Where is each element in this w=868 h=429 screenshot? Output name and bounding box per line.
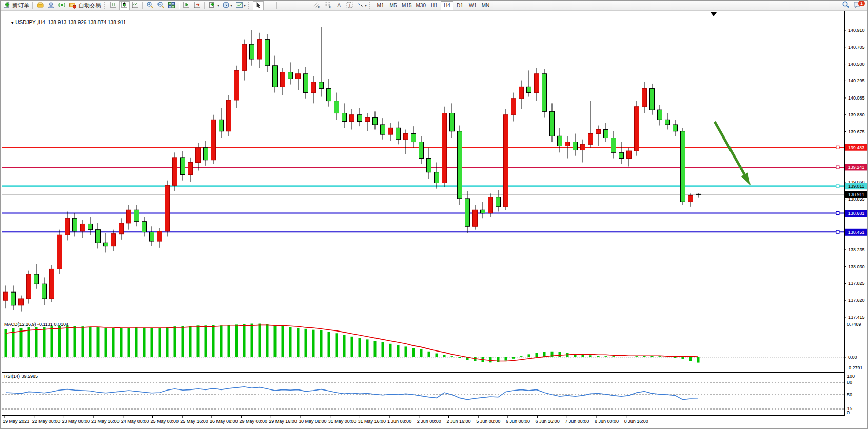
zoom-in-button[interactable] xyxy=(145,1,155,10)
separator xyxy=(204,2,205,9)
rsi-label: RSI(14) 39.5985 xyxy=(4,374,38,379)
zoom-out-icon xyxy=(157,1,165,10)
svg-text:29 May 00:00: 29 May 00:00 xyxy=(240,419,268,424)
arrows-button[interactable]: ▾ xyxy=(355,1,368,10)
period-button[interactable]: ▾ xyxy=(221,1,234,10)
new-order-button[interactable]: 新订单 xyxy=(2,1,31,10)
svg-text:0.7489: 0.7489 xyxy=(847,322,861,327)
svg-text:0: 0 xyxy=(847,410,850,415)
period-icon xyxy=(222,1,230,10)
svg-text:50: 50 xyxy=(847,392,852,397)
signals-button[interactable] xyxy=(56,1,67,10)
indicators-button[interactable]: ▾ xyxy=(234,1,247,10)
svg-text:A: A xyxy=(337,2,341,8)
autotrading-label: 自动交易 xyxy=(78,2,101,9)
timeframe-M30[interactable]: M30 xyxy=(414,1,428,10)
chevron-down-icon: ▾ xyxy=(230,3,232,8)
svg-text:140.910: 140.910 xyxy=(848,28,865,33)
community-button[interactable] xyxy=(46,1,56,10)
crosshair-button[interactable] xyxy=(264,1,274,10)
timeframe-M15[interactable]: M15 xyxy=(400,1,413,10)
line-chart-button[interactable] xyxy=(130,1,141,10)
separator xyxy=(179,2,180,9)
timeframe-M5[interactable]: M5 xyxy=(387,1,400,10)
svg-text:140.705: 140.705 xyxy=(848,45,865,50)
tile-windows-button[interactable] xyxy=(166,1,177,10)
fibonacci-button[interactable]: F xyxy=(322,1,333,10)
equidistant-channel-icon: E xyxy=(312,1,321,10)
trendline-button[interactable] xyxy=(300,1,311,10)
text-icon: A xyxy=(335,1,343,10)
candlestick-chart-icon xyxy=(121,1,128,10)
timeframe-MN[interactable]: MN xyxy=(479,1,492,10)
svg-text:138.235: 138.235 xyxy=(848,247,865,252)
signals-icon xyxy=(58,1,66,10)
new-template-button[interactable]: ▾ xyxy=(207,1,221,10)
timeframe-M1[interactable]: M1 xyxy=(374,1,387,10)
svg-text:140.295: 140.295 xyxy=(848,78,865,83)
svg-text:8 Jun 16:00: 8 Jun 16:00 xyxy=(624,419,648,424)
equidistant-channel-button[interactable]: E xyxy=(311,1,322,10)
notification-badge: 1 xyxy=(858,1,865,6)
svg-text:23 May 00:00: 23 May 00:00 xyxy=(62,419,90,424)
timeframe-W1[interactable]: W1 xyxy=(466,1,479,10)
crosshair-icon xyxy=(265,1,273,10)
search-icon xyxy=(842,1,850,10)
svg-text:30 May 08:00: 30 May 08:00 xyxy=(299,419,327,424)
line-chart-icon xyxy=(131,1,139,10)
toolbar-grip xyxy=(248,2,251,9)
new-order-icon xyxy=(3,1,11,10)
auto-scroll-button[interactable] xyxy=(181,1,192,10)
chart-shift-button[interactable] xyxy=(192,1,203,10)
chart-canvas[interactable]: 140.910140.705140.500140.295140.085139.8… xyxy=(1,11,868,429)
svg-text:2 Jun 00:00: 2 Jun 00:00 xyxy=(417,419,441,424)
auto-scroll-icon xyxy=(183,1,190,10)
chat-button[interactable]: 1 xyxy=(852,1,863,10)
svg-text:138.681: 138.681 xyxy=(848,211,865,216)
horizontal-line-button[interactable] xyxy=(289,1,300,10)
chevron-down-icon: ▾ xyxy=(244,3,246,8)
autotrading-icon xyxy=(69,1,77,10)
svg-text:139.011: 139.011 xyxy=(848,184,864,189)
bar-chart-button[interactable] xyxy=(108,1,119,10)
svg-text:137.620: 137.620 xyxy=(848,298,865,303)
vertical-line-icon xyxy=(280,1,288,10)
accounts-icon xyxy=(36,1,44,10)
community-icon xyxy=(47,1,55,10)
timeframe-D1[interactable]: D1 xyxy=(453,1,466,10)
candlestick-chart-button[interactable] xyxy=(119,1,130,10)
fibonacci-icon: F xyxy=(324,1,332,10)
svg-text:0.00: 0.00 xyxy=(848,355,857,360)
svg-text:24 May 08:00: 24 May 08:00 xyxy=(121,419,149,424)
zoom-out-button[interactable] xyxy=(155,1,166,10)
chart-title: ▼ USDJPY-,H4 138.913 138.926 138.874 138… xyxy=(5,14,126,31)
svg-text:137.415: 137.415 xyxy=(848,315,865,320)
text-label-button[interactable]: T xyxy=(344,1,355,10)
chevron-down-icon: ▾ xyxy=(217,3,219,8)
svg-text:22 May 08:00: 22 May 08:00 xyxy=(32,419,61,424)
accounts-button[interactable] xyxy=(35,1,46,10)
svg-text:139.675: 139.675 xyxy=(848,129,865,134)
arrows-icon xyxy=(357,1,364,10)
mt4-window: 新订单 自动交易 ▾ ▾ ▾ E F A T ▾ xyxy=(0,0,868,429)
indicators-icon xyxy=(235,1,243,10)
separator xyxy=(276,2,277,9)
svg-text:140.085: 140.085 xyxy=(848,95,865,101)
timeframe-H1[interactable]: H1 xyxy=(428,1,441,10)
svg-text:139.241: 139.241 xyxy=(848,165,865,170)
text-button[interactable]: A xyxy=(333,1,344,10)
cursor-button[interactable] xyxy=(253,1,264,10)
svg-text:23 May 16:00: 23 May 16:00 xyxy=(91,419,120,424)
autotrading-button[interactable]: 自动交易 xyxy=(67,1,103,10)
timeframe-H4[interactable]: H4 xyxy=(441,1,453,10)
svg-text:T: T xyxy=(348,3,351,8)
vertical-line-button[interactable] xyxy=(279,1,289,10)
horizontal-line-icon xyxy=(291,1,299,10)
svg-text:138.911: 138.911 xyxy=(848,192,864,197)
svg-text:F: F xyxy=(329,6,331,9)
chart-collapse-icon[interactable]: ▼ xyxy=(10,21,15,25)
svg-text:26 May 08:00: 26 May 08:00 xyxy=(210,419,238,424)
svg-text:8 Jun 00:00: 8 Jun 00:00 xyxy=(595,419,619,424)
search-button[interactable] xyxy=(840,1,852,10)
svg-text:138.451: 138.451 xyxy=(848,230,865,235)
